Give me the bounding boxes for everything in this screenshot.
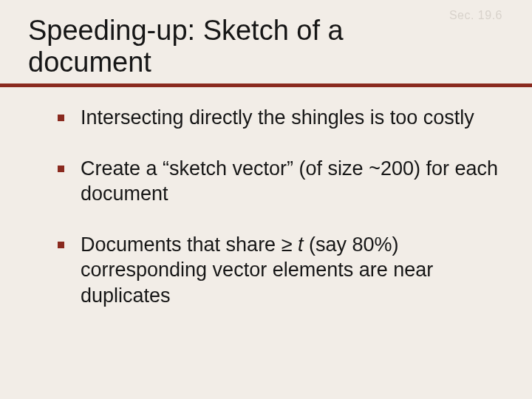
list-item-text: Intersecting directly the shingles is to…: [81, 105, 474, 131]
square-bullet-icon: [58, 115, 64, 121]
slide: Sec. 19.6 Speeding-up: Sketch of a docum…: [0, 0, 532, 399]
list-item: Documents that share ≥ t (say 80%) corre…: [58, 232, 510, 309]
square-bullet-icon: [58, 166, 64, 172]
section-label: Sec. 19.6: [449, 9, 502, 22]
page-title: Speeding-up: Sketch of a document: [28, 15, 442, 78]
square-bullet-icon: [58, 242, 64, 248]
body-content: Intersecting directly the shingles is to…: [58, 105, 510, 333]
list-item-text: Create a “sketch vector” (of size ~200) …: [81, 156, 510, 207]
list-item: Create a “sketch vector” (of size ~200) …: [58, 156, 510, 207]
list-item: Intersecting directly the shingles is to…: [58, 105, 510, 131]
list-item-text: Documents that share ≥ t (say 80%) corre…: [81, 232, 510, 309]
title-underline: [0, 83, 532, 87]
